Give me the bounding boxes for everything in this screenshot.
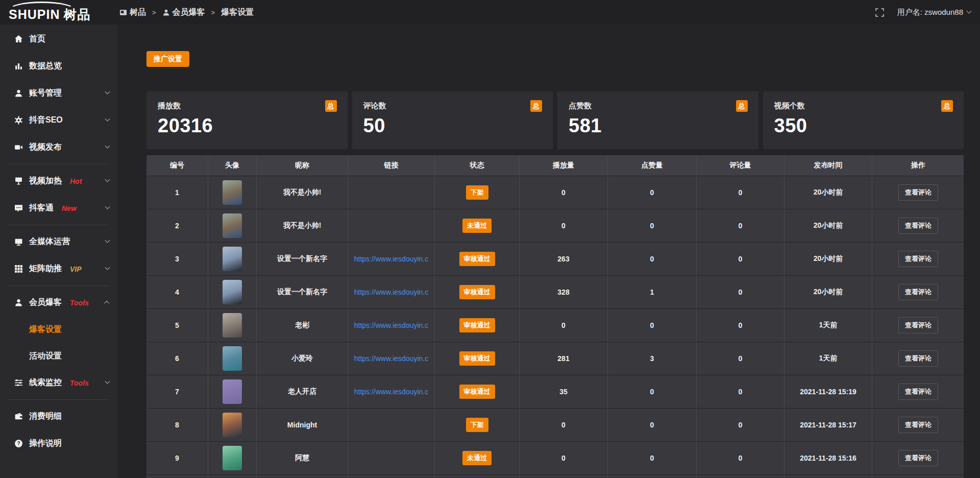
sidebar-item-data-overview[interactable]: 数据总览 <box>0 53 117 80</box>
cell-publish-time: 2021-11-28 15:19 <box>785 375 872 408</box>
breadcrumb-separator: > <box>152 9 156 16</box>
monitor-icon <box>14 237 23 246</box>
column-header: 发布时间 <box>785 155 872 176</box>
chevron-down-icon <box>105 89 110 94</box>
view-comments-button[interactable]: 查看评论 <box>898 184 938 201</box>
cell-actions: 查看评论 <box>872 309 964 342</box>
cell-plays: 281 <box>520 342 607 375</box>
logo-shupin: SHUPIN <box>9 7 60 21</box>
cell-plays: 328 <box>520 276 607 308</box>
video-link[interactable]: https://www.iesdouyin.c <box>354 354 429 363</box>
sidebar-item-douketong[interactable]: 抖客通New <box>0 195 117 222</box>
cell-plays: 0 <box>520 409 607 441</box>
sidebar-item-video-heating[interactable]: 视频加热Hot <box>0 168 117 195</box>
view-comments-button[interactable]: 查看评论 <box>898 450 938 466</box>
avatar <box>223 280 242 304</box>
sidebar-item-matrix-boost[interactable]: 矩阵助推VIP <box>0 255 117 282</box>
comment-icon <box>14 204 23 212</box>
cell-avatar <box>208 209 256 242</box>
sidebar-item-clue-monitor[interactable]: 线索监控Tools <box>0 369 117 396</box>
sidebar-item-label: 操作说明 <box>29 438 62 449</box>
view-comments-button[interactable]: 查看评论 <box>898 251 938 267</box>
cell-id: 1 <box>146 176 208 209</box>
sidebar-item-account-management[interactable]: 账号管理 <box>0 80 117 107</box>
status-badge: 审核通过 <box>459 252 495 266</box>
cell-id: 5 <box>146 309 208 342</box>
view-comments-button[interactable]: 查看评论 <box>898 317 938 333</box>
cell-publish-time: 20小时前 <box>785 176 872 209</box>
video-link[interactable]: https://www.iesdouyin.c <box>354 288 429 296</box>
video-link[interactable]: https://www.iesdouyin.c <box>354 255 429 263</box>
sidebar-item-member-baoke[interactable]: 会员爆客Tools <box>0 289 117 316</box>
svg-text:?: ? <box>17 441 20 446</box>
avatar <box>223 346 242 371</box>
view-comments-button[interactable]: 查看评论 <box>898 384 938 400</box>
table-row: 5老彬https://www.iesdouyin.c审核通过0001天前查看评论 <box>146 309 964 342</box>
view-comments-button[interactable]: 查看评论 <box>898 218 938 234</box>
cell-comments: 0 <box>697 243 784 275</box>
avatar <box>223 213 242 238</box>
table-row: 7老人开店https://www.iesdouyin.c审核通过35002021… <box>146 375 964 408</box>
sidebar-item-label: 视频加热 <box>29 176 62 186</box>
breadcrumb-item-3[interactable]: 爆客设置 <box>221 7 254 18</box>
status-badge: 审核通过 <box>459 385 495 399</box>
bar-chart-icon <box>14 62 23 70</box>
breadcrumb-separator: > <box>211 9 215 16</box>
avatar <box>223 446 242 470</box>
cell-comments: 0 <box>697 176 784 209</box>
sidebar-item-media-operation[interactable]: 全媒体运营 <box>0 228 117 255</box>
table-row: 6小爱玲https://www.iesdouyin.c审核通过281301天前查… <box>146 342 964 375</box>
sidebar-item-operation-guide[interactable]: ?操作说明 <box>0 430 117 457</box>
chevron-down-icon <box>105 177 110 182</box>
cell <box>520 475 607 478</box>
column-header: 编号 <box>146 155 208 176</box>
cell-likes: 0 <box>608 442 696 474</box>
view-comments-button[interactable]: 查看评论 <box>898 417 938 433</box>
cell-plays: 263 <box>520 243 607 275</box>
cell-publish-time: 2021-11-28 15:16 <box>785 442 872 474</box>
stat-card-label: 播放数 <box>158 101 336 111</box>
sidebar-item-douyin-seo[interactable]: 抖音SEO <box>0 107 117 134</box>
logo-text: SHUPIN树品 <box>9 6 91 23</box>
breadcrumb-item-2[interactable]: 会员爆客 <box>162 7 205 18</box>
cell-plays: 35 <box>520 375 607 408</box>
promo-settings-button[interactable]: 推广设置 <box>146 51 189 67</box>
videos-table: 编号头像昵称链接状态播放量点赞量评论量发布时间操作1我不是小帅!下架00020小… <box>146 155 964 478</box>
sidebar-item-label: 抖客通 <box>29 203 54 213</box>
video-link[interactable]: https://www.iesdouyin.c <box>354 388 429 396</box>
main-content: 推广设置 播放数20316总评论数50总点赞数581总视频个数350总 编号头像… <box>117 25 980 478</box>
cell-status: 审核通过 <box>435 342 519 375</box>
sidebar-subitem-activity-settings[interactable]: 活动设置 <box>0 343 117 369</box>
cell <box>872 475 964 478</box>
fullscreen-icon[interactable] <box>875 8 884 17</box>
sidebar-item-video-publish[interactable]: 视频发布 <box>0 134 117 161</box>
view-comments-button[interactable]: 查看评论 <box>898 350 938 367</box>
question-icon: ? <box>14 439 23 448</box>
sidebar-item-label: 数据总览 <box>29 61 62 71</box>
sidebar-subitem-baoke-settings[interactable]: 爆客设置 <box>0 316 117 343</box>
topbar: SHUPIN树品 树品>会员爆客>爆客设置 用户名: zswodun88 <box>0 0 980 25</box>
view-comments-button[interactable]: 查看评论 <box>898 284 938 300</box>
app-logo: SHUPIN树品 <box>0 0 117 25</box>
breadcrumb-item-1[interactable]: 树品 <box>119 7 146 18</box>
stat-card: 评论数50总 <box>352 91 553 149</box>
user-menu[interactable]: 用户名: zswodun88 <box>897 8 971 17</box>
cell-status: 审核通过 <box>435 276 519 308</box>
cell-id: 9 <box>146 442 208 474</box>
stat-card-total-badge: 总 <box>530 100 542 112</box>
sidebar-item-home[interactable]: 首页 <box>0 26 117 53</box>
cell <box>146 475 208 478</box>
sidebar-item-badge: Tools <box>70 379 89 387</box>
sidebar-item-consumption-detail[interactable]: 消费明细 <box>0 403 117 430</box>
cell-publish-time: 1天前 <box>785 342 872 375</box>
chevron-up-icon <box>104 301 109 306</box>
status-badge: 下架 <box>466 185 488 200</box>
column-header: 状态 <box>435 155 519 176</box>
video-link[interactable]: https://www.iesdouyin.c <box>354 321 429 329</box>
avatar <box>223 413 242 437</box>
stat-card-label: 点赞数 <box>569 101 747 111</box>
cell-actions: 查看评论 <box>872 342 964 375</box>
avatar <box>223 247 242 271</box>
sidebar-item-badge: New <box>62 204 77 212</box>
cell-nickname: Midnight <box>257 409 348 441</box>
